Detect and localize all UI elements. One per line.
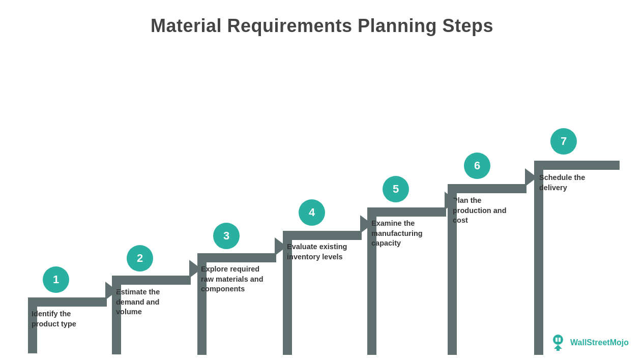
step-circle-7: 7 xyxy=(550,128,577,155)
step-hbar-2 xyxy=(112,276,191,285)
step-label-2: Estimate the demand and volume xyxy=(116,287,185,317)
step-circle-4: 4 xyxy=(299,199,325,226)
step-hbar-6 xyxy=(448,184,526,193)
step-arrow-4 xyxy=(360,215,372,233)
step-arrow-5 xyxy=(445,192,457,210)
step-label-5: Examine the manufacturing capacity xyxy=(371,219,440,249)
svg-point-0 xyxy=(553,335,563,345)
step-hbar-5 xyxy=(367,207,446,217)
svg-rect-2 xyxy=(559,338,561,342)
step-hbar-1 xyxy=(28,297,107,307)
step-label-3: Explore required raw materials and compo… xyxy=(201,264,270,294)
step-circle-2: 2 xyxy=(127,245,153,272)
logo-area: WallStreetMojo xyxy=(549,334,629,352)
step-arrow-2 xyxy=(189,260,201,278)
step-label-7: Schedule the delivery xyxy=(539,173,608,193)
svg-rect-4 xyxy=(557,348,560,351)
page-title: Material Requirements Planning Steps xyxy=(0,0,644,37)
step-label-4: Evaluate existing inventory levels xyxy=(287,242,356,262)
step-hbar-4 xyxy=(283,231,362,240)
logo-icon xyxy=(549,334,567,352)
step-label-1: Identify the product type xyxy=(32,309,100,329)
step-arrow-3 xyxy=(275,237,287,256)
step-arrow-6 xyxy=(525,168,537,187)
step-circle-1: 1 xyxy=(43,266,69,293)
step-circle-5: 5 xyxy=(383,176,409,202)
logo-text: WallStreetMojo xyxy=(570,338,629,347)
step-circle-6: 6 xyxy=(464,153,490,179)
diagram-area: 1Identify the product type2Estimate the … xyxy=(0,61,644,351)
step-circle-3: 3 xyxy=(213,223,240,249)
step-label-6: Plan the production and cost xyxy=(453,196,521,226)
step-hbar-3 xyxy=(197,253,276,262)
step-arrow-1 xyxy=(105,282,118,300)
svg-rect-1 xyxy=(555,338,558,342)
step-hbar-7 xyxy=(534,161,620,170)
